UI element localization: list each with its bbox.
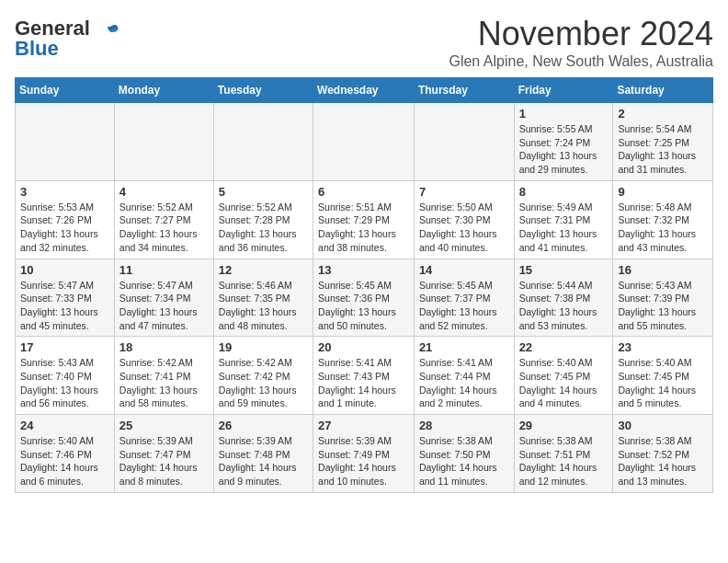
calendar-cell <box>414 103 514 181</box>
calendar-cell: 23 Sunrise: 5:40 AM Sunset: 7:45 PM Dayl… <box>613 337 713 415</box>
week-row-3: 10 Sunrise: 5:47 AM Sunset: 7:33 PM Dayl… <box>16 259 713 337</box>
calendar-cell <box>313 103 415 181</box>
calendar-cell: 18 Sunrise: 5:42 AM Sunset: 7:41 PM Dayl… <box>114 337 213 415</box>
day-number: 29 <box>519 419 609 432</box>
calendar-cell: 9 Sunrise: 5:48 AM Sunset: 7:32 PM Dayli… <box>613 180 713 259</box>
day-number: 1 <box>519 107 609 121</box>
calendar-cell <box>213 103 313 181</box>
calendar-cell: 21 Sunrise: 5:41 AM Sunset: 7:44 PM Dayl… <box>414 337 514 415</box>
calendar-cell: 8 Sunrise: 5:49 AM Sunset: 7:31 PM Dayli… <box>514 180 613 259</box>
day-info: Sunrise: 5:43 AM Sunset: 7:39 PM Dayligh… <box>618 279 708 333</box>
header-cell-sunday: Sunday <box>16 78 115 103</box>
day-info: Sunrise: 5:41 AM Sunset: 7:43 PM Dayligh… <box>318 356 409 410</box>
calendar-cell: 10 Sunrise: 5:47 AM Sunset: 7:33 PM Dayl… <box>16 259 115 337</box>
day-info: Sunrise: 5:38 AM Sunset: 7:50 PM Dayligh… <box>419 434 509 488</box>
calendar-cell: 14 Sunrise: 5:45 AM Sunset: 7:37 PM Dayl… <box>414 259 514 337</box>
calendar-cell: 22 Sunrise: 5:40 AM Sunset: 7:45 PM Dayl… <box>514 337 613 415</box>
day-info: Sunrise: 5:40 AM Sunset: 7:45 PM Dayligh… <box>618 356 708 410</box>
header-cell-friday: Friday <box>514 78 613 103</box>
day-number: 22 <box>519 340 609 354</box>
day-info: Sunrise: 5:46 AM Sunset: 7:35 PM Dayligh… <box>219 279 308 333</box>
calendar-cell: 26 Sunrise: 5:39 AM Sunset: 7:48 PM Dayl… <box>213 415 313 493</box>
day-number: 8 <box>519 185 609 199</box>
day-number: 5 <box>219 185 308 199</box>
day-info: Sunrise: 5:52 AM Sunset: 7:28 PM Dayligh… <box>219 201 308 255</box>
week-row-2: 3 Sunrise: 5:53 AM Sunset: 7:26 PM Dayli… <box>16 180 713 259</box>
header-cell-tuesday: Tuesday <box>213 78 313 103</box>
day-number: 25 <box>119 419 209 432</box>
calendar-cell: 3 Sunrise: 5:53 AM Sunset: 7:26 PM Dayli… <box>16 180 115 259</box>
calendar-cell: 17 Sunrise: 5:43 AM Sunset: 7:40 PM Dayl… <box>16 337 115 415</box>
day-info: Sunrise: 5:49 AM Sunset: 7:31 PM Dayligh… <box>519 201 609 255</box>
day-number: 15 <box>519 263 609 277</box>
week-row-1: 1 Sunrise: 5:55 AM Sunset: 7:24 PM Dayli… <box>16 103 713 181</box>
day-info: Sunrise: 5:51 AM Sunset: 7:29 PM Dayligh… <box>318 201 409 255</box>
calendar-table: SundayMondayTuesdayWednesdayThursdayFrid… <box>15 77 713 493</box>
day-info: Sunrise: 5:53 AM Sunset: 7:26 PM Dayligh… <box>20 201 109 255</box>
day-number: 9 <box>618 185 708 199</box>
calendar-cell: 1 Sunrise: 5:55 AM Sunset: 7:24 PM Dayli… <box>514 103 613 181</box>
header: GeneralBlue November 2024 Glen Alpine, N… <box>15 15 713 70</box>
calendar-cell: 27 Sunrise: 5:39 AM Sunset: 7:49 PM Dayl… <box>313 415 415 493</box>
day-number: 7 <box>419 185 509 199</box>
logo-text: GeneralBlue <box>15 18 90 59</box>
calendar-body: 1 Sunrise: 5:55 AM Sunset: 7:24 PM Dayli… <box>16 103 713 493</box>
calendar-cell: 20 Sunrise: 5:41 AM Sunset: 7:43 PM Dayl… <box>313 337 415 415</box>
day-info: Sunrise: 5:55 AM Sunset: 7:24 PM Dayligh… <box>519 122 609 177</box>
calendar-cell: 11 Sunrise: 5:47 AM Sunset: 7:34 PM Dayl… <box>114 259 213 337</box>
day-number: 14 <box>419 263 509 277</box>
logo: GeneralBlue <box>15 18 121 59</box>
calendar-cell: 13 Sunrise: 5:45 AM Sunset: 7:36 PM Dayl… <box>313 259 415 337</box>
day-info: Sunrise: 5:39 AM Sunset: 7:47 PM Dayligh… <box>119 434 209 488</box>
day-info: Sunrise: 5:47 AM Sunset: 7:33 PM Dayligh… <box>20 279 109 333</box>
day-info: Sunrise: 5:42 AM Sunset: 7:42 PM Dayligh… <box>219 356 308 410</box>
calendar-cell: 19 Sunrise: 5:42 AM Sunset: 7:42 PM Dayl… <box>213 337 313 415</box>
calendar-cell: 28 Sunrise: 5:38 AM Sunset: 7:50 PM Dayl… <box>414 415 514 493</box>
calendar-cell: 4 Sunrise: 5:52 AM Sunset: 7:27 PM Dayli… <box>114 180 213 259</box>
subtitle: Glen Alpine, New South Wales, Australia <box>449 53 713 70</box>
header-cell-saturday: Saturday <box>613 78 713 103</box>
title-area: November 2024 Glen Alpine, New South Wal… <box>449 15 713 70</box>
day-info: Sunrise: 5:47 AM Sunset: 7:34 PM Dayligh… <box>119 279 209 333</box>
calendar-cell: 30 Sunrise: 5:38 AM Sunset: 7:52 PM Dayl… <box>613 415 713 493</box>
calendar-cell: 24 Sunrise: 5:40 AM Sunset: 7:46 PM Dayl… <box>16 415 115 493</box>
day-number: 6 <box>318 185 409 199</box>
header-cell-wednesday: Wednesday <box>313 78 415 103</box>
header-row: SundayMondayTuesdayWednesdayThursdayFrid… <box>16 78 713 103</box>
day-number: 30 <box>618 419 708 432</box>
header-cell-monday: Monday <box>114 78 213 103</box>
calendar-cell: 12 Sunrise: 5:46 AM Sunset: 7:35 PM Dayl… <box>213 259 313 337</box>
day-number: 12 <box>219 263 308 277</box>
day-number: 19 <box>219 340 308 354</box>
calendar-cell <box>16 103 115 181</box>
week-row-5: 24 Sunrise: 5:40 AM Sunset: 7:46 PM Dayl… <box>16 415 713 493</box>
day-info: Sunrise: 5:52 AM Sunset: 7:27 PM Dayligh… <box>119 201 209 255</box>
day-info: Sunrise: 5:45 AM Sunset: 7:37 PM Dayligh… <box>419 279 509 333</box>
day-number: 11 <box>119 263 209 277</box>
calendar-cell: 6 Sunrise: 5:51 AM Sunset: 7:29 PM Dayli… <box>313 180 415 259</box>
calendar-header: SundayMondayTuesdayWednesdayThursdayFrid… <box>16 78 713 103</box>
calendar-cell: 25 Sunrise: 5:39 AM Sunset: 7:47 PM Dayl… <box>114 415 213 493</box>
calendar-cell: 15 Sunrise: 5:44 AM Sunset: 7:38 PM Dayl… <box>514 259 613 337</box>
week-row-4: 17 Sunrise: 5:43 AM Sunset: 7:40 PM Dayl… <box>16 337 713 415</box>
day-number: 27 <box>318 419 409 432</box>
day-number: 13 <box>318 263 409 277</box>
day-info: Sunrise: 5:50 AM Sunset: 7:30 PM Dayligh… <box>419 201 509 255</box>
header-cell-thursday: Thursday <box>414 78 514 103</box>
calendar-cell <box>114 103 213 181</box>
day-number: 26 <box>219 419 308 432</box>
day-number: 2 <box>618 107 708 121</box>
logo-bird-icon <box>92 19 121 49</box>
calendar-cell: 2 Sunrise: 5:54 AM Sunset: 7:25 PM Dayli… <box>613 103 713 181</box>
day-info: Sunrise: 5:38 AM Sunset: 7:51 PM Dayligh… <box>519 434 609 488</box>
day-info: Sunrise: 5:42 AM Sunset: 7:41 PM Dayligh… <box>119 356 209 410</box>
day-info: Sunrise: 5:45 AM Sunset: 7:36 PM Dayligh… <box>318 279 409 333</box>
day-number: 28 <box>419 419 509 432</box>
day-info: Sunrise: 5:41 AM Sunset: 7:44 PM Dayligh… <box>419 356 509 410</box>
day-info: Sunrise: 5:44 AM Sunset: 7:38 PM Dayligh… <box>519 279 609 333</box>
day-info: Sunrise: 5:40 AM Sunset: 7:46 PM Dayligh… <box>20 434 109 488</box>
calendar-cell: 16 Sunrise: 5:43 AM Sunset: 7:39 PM Dayl… <box>613 259 713 337</box>
day-number: 17 <box>20 340 109 354</box>
day-number: 24 <box>20 419 109 432</box>
day-number: 4 <box>119 185 209 199</box>
